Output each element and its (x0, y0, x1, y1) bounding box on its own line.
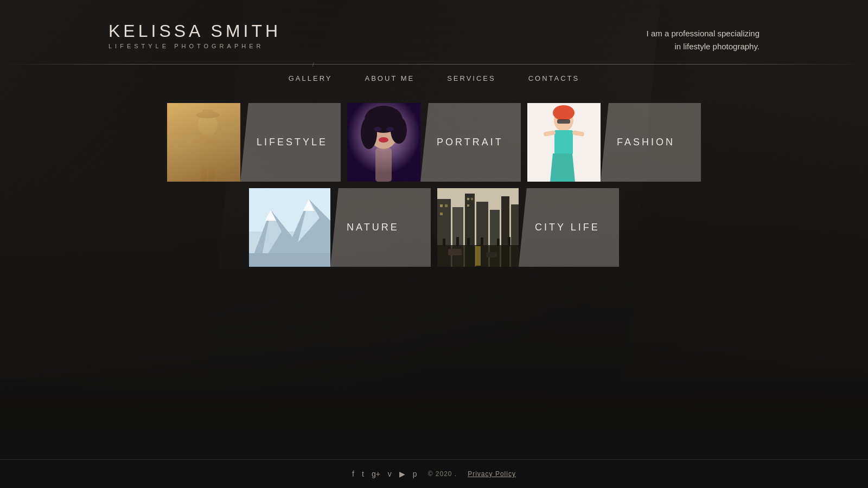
svg-point-14 (361, 117, 377, 149)
svg-rect-58 (481, 237, 483, 246)
svg-rect-6 (201, 167, 207, 182)
svg-point-17 (386, 127, 394, 131)
svg-rect-56 (456, 237, 459, 246)
gallery-item-fashion[interactable]: FASHION (527, 103, 701, 182)
svg-rect-4 (193, 137, 205, 144)
svg-rect-9 (202, 110, 213, 116)
svg-rect-7 (208, 167, 215, 182)
pinterest-icon[interactable]: p (413, 470, 417, 478)
gallery-thumb-lifestyle (167, 103, 240, 182)
svg-rect-0 (167, 103, 240, 182)
gallery-label-nature: NATURE (330, 188, 431, 267)
svg-rect-50 (467, 204, 469, 207)
svg-rect-45 (440, 204, 443, 207)
nav-gallery[interactable]: GALLERY (289, 74, 333, 82)
svg-rect-36 (249, 253, 330, 267)
twitter-icon[interactable]: t (362, 470, 364, 478)
svg-rect-52 (475, 246, 481, 266)
vimeo-icon[interactable]: v (388, 470, 392, 478)
logo-name: KELISSA SMITH (108, 22, 281, 41)
tagline: I am a professional specializing in life… (647, 27, 760, 53)
nav-services[interactable]: SERVICES (447, 74, 496, 82)
facebook-icon[interactable]: f (352, 470, 354, 478)
svg-point-16 (374, 127, 381, 131)
gallery-label-text-lifestyle: LIFESTYLE (257, 137, 328, 148)
gallery-label-text-citylife: CITY LIFE (535, 222, 600, 233)
svg-rect-49 (471, 198, 473, 200)
gallery-label-fashion: FASHION (601, 103, 701, 182)
svg-rect-28 (557, 119, 570, 124)
header-divider: / (0, 64, 868, 65)
svg-rect-59 (497, 239, 500, 246)
gallery-thumb-citylife (437, 188, 519, 267)
gallery-item-citylife[interactable]: CITY LIFE (437, 188, 619, 267)
svg-point-2 (198, 114, 218, 136)
svg-rect-47 (440, 213, 443, 215)
gallery-thumb-portrait (347, 103, 420, 182)
svg-rect-48 (467, 198, 469, 200)
gallery-grid: LIFESTYLE (0, 92, 868, 267)
gallery-top-row: LIFESTYLE (167, 103, 701, 182)
logo-subtitle: LIFESTYLE PHOTOGRAPHER (108, 43, 281, 49)
svg-rect-57 (467, 238, 470, 246)
gallery-thumb-nature (249, 188, 330, 267)
nav-about[interactable]: ABOUT ME (365, 74, 415, 82)
gallery-label-text-fashion: FASHION (617, 137, 675, 148)
svg-point-23 (553, 105, 575, 120)
footer: f t g+ v ▶ p © 2020 . Privacy Policy (0, 459, 868, 488)
svg-rect-3 (199, 134, 218, 167)
tagline-line2: in lifestyle photography. (675, 42, 760, 51)
svg-rect-24 (554, 130, 573, 155)
gallery-thumb-fashion (527, 103, 601, 182)
gallery-label-citylife: CITY LIFE (519, 188, 619, 267)
gallery-label-portrait: PORTRAIT (420, 103, 521, 182)
gallery-label-lifestyle: LIFESTYLE (240, 103, 341, 182)
nav-contacts[interactable]: CONTACTS (528, 74, 580, 82)
main-nav: GALLERY ABOUT ME SERVICES CONTACTS (0, 65, 868, 92)
gallery-bottom-row: NATURE (249, 188, 619, 267)
gallery-label-text-portrait: PORTRAIT (437, 137, 503, 148)
google-plus-icon[interactable]: g+ (372, 470, 380, 478)
svg-rect-5 (206, 138, 218, 145)
svg-point-18 (379, 137, 388, 143)
svg-marker-25 (550, 153, 575, 182)
footer-copyright: © 2020 . (428, 470, 457, 478)
gallery-item-lifestyle[interactable]: LIFESTYLE (167, 103, 341, 182)
svg-rect-19 (375, 148, 392, 182)
tagline-line1: I am a professional specializing (647, 29, 760, 38)
svg-point-8 (196, 112, 220, 118)
gallery-item-portrait[interactable]: PORTRAIT (347, 103, 521, 182)
svg-rect-60 (508, 237, 510, 246)
gallery-label-text-nature: NATURE (347, 222, 399, 233)
svg-rect-46 (445, 204, 448, 207)
divider-accent: / (312, 62, 319, 66)
svg-rect-54 (486, 252, 497, 258)
footer-privacy[interactable]: Privacy Policy (468, 470, 516, 478)
svg-rect-1 (167, 136, 240, 182)
svg-rect-55 (443, 239, 445, 246)
youtube-icon[interactable]: ▶ (399, 470, 405, 478)
header: KELISSA SMITH LIFESTYLE PHOTOGRAPHER I a… (0, 0, 868, 53)
gallery-item-nature[interactable]: NATURE (249, 188, 431, 267)
logo-area: KELISSA SMITH LIFESTYLE PHOTOGRAPHER (108, 22, 281, 49)
footer-social-icons: f t g+ v ▶ p (352, 470, 417, 478)
svg-rect-53 (448, 249, 462, 255)
page-content: KELISSA SMITH LIFESTYLE PHOTOGRAPHER I a… (0, 0, 868, 488)
